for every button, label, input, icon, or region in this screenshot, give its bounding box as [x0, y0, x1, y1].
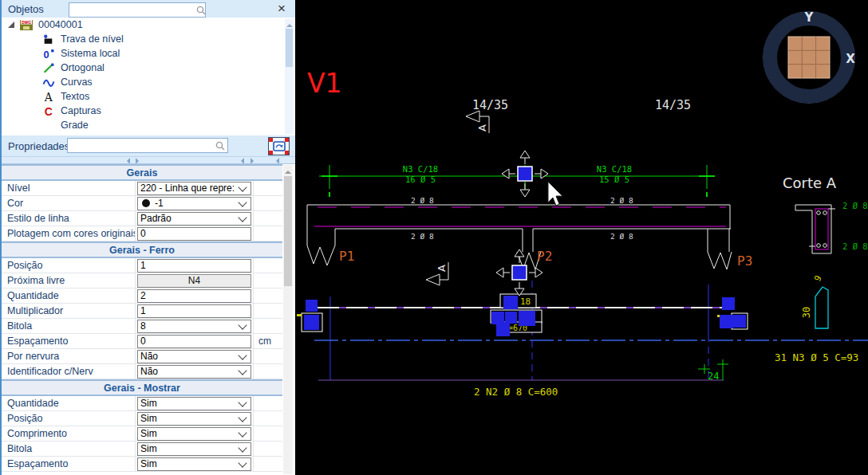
- bottom-bars-right-label: 2 Ø 8: [610, 232, 633, 241]
- multiplicador-field[interactable]: 1: [137, 304, 251, 318]
- move-grip-mid[interactable]: [496, 249, 542, 296]
- selected-rebar[interactable]: 18 8 =670: [297, 294, 748, 336]
- chevron-down-icon[interactable]: [238, 213, 247, 222]
- mostrar-quantidade-dropdown[interactable]: Sim: [137, 397, 251, 410]
- section-letter: A: [476, 124, 488, 132]
- prop-label: Por nervura: [2, 349, 136, 363]
- hidden-label-spacing: 18: [520, 296, 531, 307]
- chevron-down-icon[interactable]: [238, 398, 247, 406]
- prop-row-identificador: Identificador c/Nerv Não: [2, 364, 282, 379]
- prop-row-posicao: Posição 1: [2, 258, 282, 273]
- camera-glyph-icon: [273, 140, 286, 152]
- prop-row-mostrar-espacamento: Espaçamento Sim: [2, 457, 282, 472]
- chevron-down-icon[interactable]: [238, 351, 247, 359]
- view-compass[interactable]: Y X: [763, 10, 856, 104]
- objects-search-input[interactable]: [69, 5, 196, 15]
- prop-label: Identificador c/Nerv: [2, 364, 136, 379]
- tree-vertical-scrollbar[interactable]: [285, 19, 294, 134]
- identificador-dropdown[interactable]: Não: [137, 365, 251, 379]
- tree-root-row[interactable]: DWG 00040001: [2, 18, 295, 32]
- section-letter: A: [436, 265, 448, 272]
- prop-row-bitola: Bitola 8: [2, 319, 282, 334]
- scroll-thumb[interactable]: [284, 176, 292, 286]
- tree-item-capturas[interactable]: C Capturas: [2, 104, 295, 118]
- stirrup-schedule-label: 31 N3 Ø 5 C=93: [775, 351, 858, 363]
- prop-row-mostrar-bitola: Bitola Sim: [2, 442, 282, 457]
- bitola-dropdown[interactable]: 8: [137, 320, 251, 333]
- close-icon[interactable]: ×: [278, 0, 286, 18]
- espacamento-field[interactable]: 0: [137, 335, 251, 348]
- por-nervura-dropdown[interactable]: Não: [137, 350, 251, 363]
- mostrar-bitola-dropdown[interactable]: Sim: [137, 442, 251, 456]
- properties-search-box[interactable]: [67, 138, 228, 153]
- scroll-up-icon[interactable]: [285, 167, 291, 174]
- top-bars-right-label: 2 Ø 8: [610, 196, 633, 205]
- estilo-dropdown[interactable]: Padrão: [137, 212, 251, 226]
- chevron-down-icon[interactable]: [238, 183, 247, 191]
- compass-x-axis-label: X: [846, 52, 855, 66]
- chevron-down-icon[interactable]: [238, 198, 247, 206]
- tree-item-textos[interactable]: A Textos: [2, 89, 295, 104]
- properties-search-input[interactable]: [68, 140, 215, 151]
- dist-right-line1: N3 C/18: [597, 164, 632, 174]
- chevron-down-icon[interactable]: [238, 366, 247, 375]
- prop-value: 2: [140, 290, 251, 301]
- chevron-down-icon[interactable]: [238, 413, 247, 422]
- tree-item-label: Grade: [61, 120, 89, 131]
- local-system-icon: 0: [41, 48, 56, 60]
- prop-label: Plotagem com cores originais: [2, 226, 136, 241]
- grid-vertical-scrollbar[interactable]: [283, 165, 293, 474]
- nivel-dropdown[interactable]: 220 - Linha que repre:: [137, 182, 251, 195]
- cor-dropdown[interactable]: -1: [137, 197, 251, 210]
- prop-label: Posição: [2, 411, 136, 426]
- prop-row-plotagem: Plotagem com cores originais 0: [2, 226, 282, 241]
- tree-item-label: Textos: [61, 91, 89, 102]
- prop-value: -1: [155, 198, 238, 209]
- prop-row-multiplicador: Multiplicador 1: [2, 304, 282, 319]
- tree-item-grade[interactable]: Grade: [2, 118, 295, 132]
- proxima-livre-button[interactable]: N4: [137, 274, 251, 288]
- prop-label: Quantidade: [2, 396, 136, 410]
- chevron-down-icon[interactable]: [238, 458, 247, 467]
- quantidade-field[interactable]: 2: [137, 289, 251, 303]
- expander-icon[interactable]: [8, 22, 14, 28]
- prop-value: Não: [140, 366, 238, 377]
- posicao-field[interactable]: 1: [137, 259, 251, 273]
- prop-value: 0: [140, 228, 251, 239]
- tree-item-trava-de-nivel[interactable]: Trava de nível: [2, 32, 295, 46]
- compass-top-face[interactable]: [788, 37, 830, 78]
- prop-value: Sim: [140, 443, 238, 454]
- texts-icon: A: [41, 91, 56, 103]
- prop-value: 1: [140, 260, 251, 271]
- color-swatch-black: [142, 199, 150, 207]
- mostrar-espacamento-dropdown[interactable]: Sim: [137, 457, 251, 471]
- orthogonal-icon: [41, 62, 56, 74]
- scroll-up-icon[interactable]: [286, 21, 293, 27]
- prop-label: Quantidade: [2, 289, 136, 303]
- dist-right-line2: 15 Ø 5: [599, 175, 629, 184]
- prop-value: Padrão: [140, 213, 238, 224]
- curves-icon: [41, 77, 56, 88]
- prop-label: Próxima livre: [2, 273, 136, 288]
- tree-item-ortogonal[interactable]: Ortogonal: [2, 61, 295, 75]
- prop-row-mostrar-quantidade: Quantidade Sim: [2, 396, 282, 411]
- scroll-thumb[interactable]: [286, 29, 293, 67]
- mostrar-comprimento-dropdown[interactable]: Sim: [137, 427, 251, 441]
- dist-left-line1: N3 C/18: [403, 164, 438, 174]
- prop-value: Não: [140, 351, 238, 362]
- chevron-down-icon[interactable]: [238, 320, 247, 329]
- tree-item-curvas[interactable]: Curvas: [2, 75, 295, 89]
- mouse-cursor: [548, 182, 562, 206]
- chevron-down-icon[interactable]: [238, 443, 247, 452]
- distribution-dimension-line: [319, 165, 715, 197]
- tree-item-sistema-local[interactable]: 0 Sistema local: [2, 46, 295, 61]
- mostrar-posicao-dropdown[interactable]: Sim: [137, 412, 251, 426]
- move-grip-top[interactable]: [502, 151, 548, 197]
- cad-canvas[interactable]: V1 14/35 14/35 A: [295, 0, 868, 475]
- objects-search-box[interactable]: [69, 2, 206, 18]
- properties-tool-button[interactable]: [268, 137, 290, 155]
- prop-value: Sim: [140, 428, 238, 439]
- chevron-down-icon[interactable]: [238, 428, 247, 437]
- unit-label: cm: [254, 334, 282, 348]
- plotagem-field[interactable]: 0: [137, 227, 251, 241]
